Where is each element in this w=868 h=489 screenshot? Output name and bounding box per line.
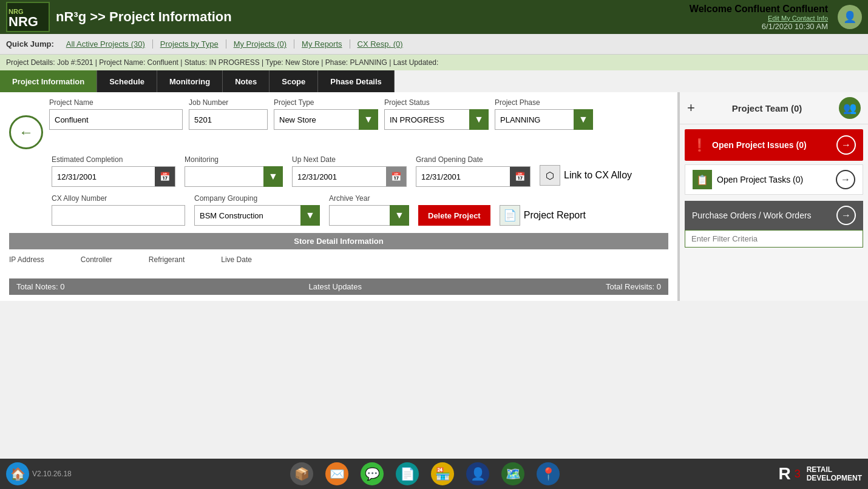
- up-next-label: Up Next Date: [292, 155, 407, 164]
- est-completion-group: Estimated Completion 📅: [52, 155, 175, 187]
- project-phase-label: Project Phase: [495, 98, 593, 107]
- issues-arrow-icon: →: [836, 135, 856, 155]
- footer-icon-8[interactable]: 📍: [537, 462, 560, 485]
- project-phase-dropdown-wrap: ▼: [495, 109, 593, 130]
- up-next-date-wrap: 📅: [292, 166, 407, 187]
- datetime: 6/1/2020 10:30 AM: [690, 22, 828, 31]
- open-tasks-button[interactable]: 📋 Open Project Tasks (0) →: [685, 164, 863, 195]
- footer-icon-7[interactable]: 🗺️: [501, 462, 524, 485]
- project-phase-group: Project Phase ▼: [495, 98, 593, 130]
- tab-project-information[interactable]: Project Information: [0, 70, 97, 92]
- monitoring-label: Monitoring: [185, 155, 283, 164]
- est-completion-date-wrap: 📅: [52, 166, 175, 187]
- open-issues-button[interactable]: ❗ Open Project Issues (0) →: [685, 129, 863, 161]
- archive-year-group: Archive Year ▼: [329, 194, 409, 226]
- right-panel: + Project Team (0) 👥 ❗ Open Project Issu…: [680, 92, 868, 301]
- monitoring-group: Monitoring ▼: [185, 155, 283, 187]
- project-status-dropdown-btn[interactable]: ▼: [469, 109, 489, 130]
- nav-all-active[interactable]: All Active Projects (30): [59, 39, 153, 49]
- cx-alloy-text: Link to CX Alloy: [564, 170, 632, 181]
- grand-opening-calendar-btn[interactable]: 📅: [510, 166, 531, 187]
- nav-my-projects[interactable]: My Projects (0): [226, 39, 294, 49]
- nav-projects-by-type[interactable]: Projects by Type: [153, 39, 226, 49]
- monitoring-field[interactable]: [185, 166, 263, 187]
- company-grouping-dropdown-btn[interactable]: ▼: [300, 205, 320, 226]
- footer-left: 🏠 V2.10.26.18: [6, 462, 72, 485]
- project-type-field[interactable]: [274, 109, 359, 130]
- left-panel: ← Project Name Job Number Project Type: [0, 92, 679, 301]
- project-report-btn[interactable]: 📄 Project Report: [500, 205, 586, 226]
- monitoring-dropdown-wrap: ▼: [185, 166, 283, 187]
- store-detail-header: Store Detail Information: [9, 233, 668, 249]
- job-number-group: Job Number: [189, 98, 268, 130]
- grand-opening-input[interactable]: [416, 166, 510, 187]
- project-name-label: Project Name: [49, 98, 183, 107]
- edit-contact-link[interactable]: Edit My Contact Info: [690, 15, 828, 22]
- project-type-dropdown-wrap: ▼: [274, 109, 378, 130]
- project-status-field[interactable]: [384, 109, 469, 130]
- tab-schedule[interactable]: Schedule: [97, 70, 157, 92]
- app-title: nR³g >> Project Information: [56, 9, 232, 25]
- project-name-input[interactable]: [49, 109, 183, 130]
- tab-monitoring[interactable]: Monitoring: [157, 70, 223, 92]
- task-left: 📋 Open Project Tasks (0): [693, 170, 803, 189]
- footer-icon-5[interactable]: 🏪: [431, 462, 454, 485]
- back-button[interactable]: ←: [9, 115, 43, 149]
- footer-icon-2[interactable]: ✉️: [325, 462, 348, 485]
- r3-logo-3: 3: [795, 468, 801, 481]
- grand-opening-group: Grand Opening Date 📅: [416, 155, 531, 187]
- cx-alloy-icon: ⬡: [540, 165, 560, 186]
- job-number-input[interactable]: [189, 109, 268, 130]
- po-arrow-icon: →: [836, 206, 856, 225]
- project-phase-field[interactable]: [495, 109, 574, 130]
- welcome-text: Welcome Confluent Confluent: [690, 4, 828, 15]
- project-type-label: Project Type: [274, 98, 378, 107]
- cx-alloy-number-input[interactable]: [52, 205, 185, 226]
- tab-phase-details[interactable]: Phase Details: [318, 70, 395, 92]
- form-row-1: ← Project Name Job Number Project Type: [9, 98, 668, 149]
- tabs-bar: Project Information Schedule Monitoring …: [0, 70, 868, 92]
- footer-icons: 📦 ✉️ 💬 📄 🏪 👤 🗺️ 📍: [290, 462, 560, 485]
- tab-notes[interactable]: Notes: [223, 70, 270, 92]
- issue-alert-icon: ❗: [692, 138, 707, 152]
- footer-right: R 3 RETAILDEVELOPMENT: [778, 464, 862, 484]
- project-report-label: Project Report: [524, 210, 586, 221]
- company-grouping-label: Company Grouping: [194, 194, 320, 203]
- project-status-group: Project Status ▼: [384, 98, 489, 130]
- tab-scope[interactable]: Scope: [270, 70, 318, 92]
- total-notes: Total Notes: 0: [16, 282, 65, 291]
- monitoring-dropdown-btn[interactable]: ▼: [263, 166, 283, 187]
- project-phase-dropdown-btn[interactable]: ▼: [574, 109, 593, 130]
- up-next-input[interactable]: [292, 166, 386, 187]
- po-filter-input[interactable]: [685, 230, 863, 248]
- logo: NRG NRG: [6, 2, 50, 32]
- add-team-member-button[interactable]: +: [687, 100, 695, 116]
- tasks-arrow-icon: →: [836, 170, 855, 189]
- footer-icon-1[interactable]: 📦: [290, 462, 313, 485]
- footer-home-icon[interactable]: 🏠: [6, 462, 29, 485]
- nav-cx-resp[interactable]: CX Resp. (0): [350, 39, 410, 49]
- est-completion-input[interactable]: [52, 166, 155, 187]
- project-type-group: Project Type ▼: [274, 98, 378, 130]
- archive-year-field[interactable]: [329, 205, 390, 226]
- company-grouping-dropdown-wrap: ▼: [194, 205, 320, 226]
- up-next-calendar-btn[interactable]: 📅: [386, 166, 407, 187]
- cx-alloy-link[interactable]: ⬡ Link to CX Alloy: [540, 165, 632, 186]
- po-header-label: Purchase Orders / Work Orders: [692, 211, 812, 220]
- project-type-dropdown-btn[interactable]: ▼: [359, 109, 378, 130]
- po-section: Purchase Orders / Work Orders →: [685, 201, 863, 248]
- form-row-3: CX Alloy Number Company Grouping ▼ Archi…: [52, 194, 668, 226]
- footer: 🏠 V2.10.26.18 📦 ✉️ 💬 📄 🏪 👤 🗺️ 📍 R 3 RETA…: [0, 459, 868, 489]
- footer-icon-6[interactable]: 👤: [466, 462, 489, 485]
- ip-address-label: IP Address: [9, 255, 44, 264]
- quick-jump-label: Quick Jump:: [6, 39, 54, 49]
- archive-year-dropdown-btn[interactable]: ▼: [390, 205, 409, 226]
- est-completion-calendar-btn[interactable]: 📅: [155, 166, 175, 187]
- job-number-label: Job Number: [189, 98, 268, 107]
- grand-opening-date-wrap: 📅: [416, 166, 531, 187]
- delete-project-button[interactable]: Delete Project: [418, 205, 490, 226]
- footer-icon-4[interactable]: 📄: [396, 462, 419, 485]
- nav-my-reports[interactable]: My Reports: [294, 39, 350, 49]
- footer-icon-3[interactable]: 💬: [361, 462, 384, 485]
- company-grouping-field[interactable]: [194, 205, 300, 226]
